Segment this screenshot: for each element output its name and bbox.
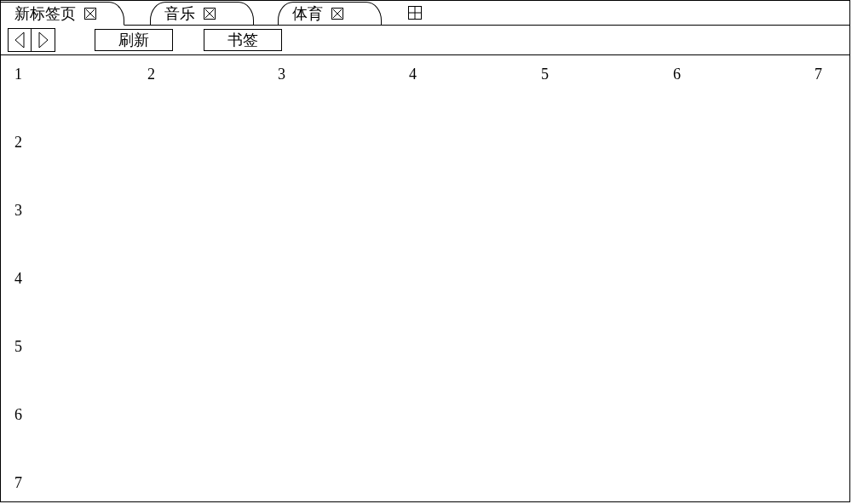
forward-button[interactable] bbox=[32, 28, 55, 52]
column-header: 4 bbox=[409, 66, 417, 83]
close-icon[interactable] bbox=[84, 8, 96, 20]
tab-label: 体育 bbox=[292, 3, 331, 24]
back-button[interactable] bbox=[8, 28, 32, 52]
forward-arrow-icon bbox=[37, 32, 49, 49]
column-header: 6 bbox=[673, 66, 681, 83]
close-icon[interactable] bbox=[204, 8, 216, 20]
close-icon[interactable] bbox=[331, 8, 343, 20]
row-header: 4 bbox=[14, 270, 22, 288]
column-header: 5 bbox=[541, 66, 549, 83]
row-header: 2 bbox=[14, 134, 22, 152]
row-header: 7 bbox=[14, 474, 22, 492]
svg-marker-12 bbox=[15, 32, 24, 48]
row-header: 3 bbox=[14, 202, 22, 220]
tab-label: 新标签页 bbox=[14, 3, 84, 24]
nav-button-group bbox=[8, 28, 55, 52]
refresh-label: 刷新 bbox=[118, 30, 149, 50]
tab-sports[interactable]: 体育 bbox=[278, 2, 382, 26]
svg-marker-13 bbox=[39, 32, 48, 48]
refresh-button[interactable]: 刷新 bbox=[95, 29, 173, 51]
grid-content: 1 2 3 4 5 6 7 2 3 4 5 6 7 bbox=[1, 55, 849, 502]
back-arrow-icon bbox=[14, 32, 26, 49]
row-header: 5 bbox=[14, 338, 22, 356]
bookmark-label: 书签 bbox=[227, 30, 258, 50]
column-header: 7 bbox=[815, 66, 822, 83]
add-tab-icon[interactable] bbox=[408, 6, 422, 20]
column-header: 2 bbox=[147, 66, 155, 83]
tab-new[interactable]: 新标签页 bbox=[1, 2, 124, 26]
browser-window: 新标签页 音乐 体育 bbox=[0, 0, 850, 502]
tab-music[interactable]: 音乐 bbox=[150, 2, 254, 26]
bookmark-button[interactable]: 书签 bbox=[204, 29, 282, 51]
column-header: 1 bbox=[14, 66, 22, 83]
toolbar: 刷新 书签 bbox=[1, 26, 849, 55]
tab-label: 音乐 bbox=[164, 3, 204, 24]
column-header: 3 bbox=[278, 66, 285, 83]
tab-strip: 新标签页 音乐 体育 bbox=[1, 1, 849, 26]
row-header: 6 bbox=[14, 406, 22, 424]
